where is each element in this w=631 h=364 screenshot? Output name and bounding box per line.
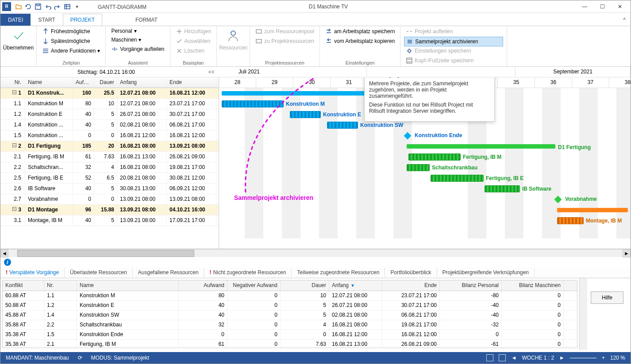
loeschen-button[interactable]: Löschen [174,46,213,55]
bcol-nr[interactable]: Nr. [44,280,77,291]
auswaehlen-button[interactable]: Auswählen [174,37,213,46]
bottom-scrollbar-vertical[interactable] [579,278,587,350]
task-row[interactable]: 2.2Schaltschran...32416.08.21 08:0019.08… [0,162,219,173]
info-icon[interactable]: i [4,259,11,266]
gantt-bar-d1-fertigung[interactable]: D1 Fertigung [407,144,555,149]
einstellungen-speichern-button[interactable]: Einstellungen speichern [404,46,503,55]
conflict-row[interactable]: 35.38 AT1.5Konstruktion Ende00016.08.21 … [3,330,577,340]
close-button[interactable]: ✕ [611,1,629,12]
zu-projektressourcen-button[interactable]: zu Projektressourcen [254,37,316,46]
gantt-bar-fertigung-ibe[interactable]: Fertigung, IB E [431,175,484,182]
custom-icon[interactable] [63,3,71,11]
scroll-left-button[interactable]: ◄ [0,249,8,257]
save-icon[interactable] [34,3,42,11]
col-anfang[interactable]: Anfang [117,77,167,88]
projekt-aufteilen-button[interactable]: Projekt aufteilen [404,27,503,36]
zum-ressourcenpool-button[interactable]: zum Ressourcenpool [254,27,316,36]
col-aufwand[interactable]: Aufw... [73,77,94,88]
task-row[interactable]: 2.5Fertigung, IB E526.520.08.21 08:0030.… [0,173,219,184]
task-row[interactable]: 1.1Konstruktion M801012.07.21 08:0023.07… [0,99,219,109]
gantt-bar-schaltschrankbau[interactable]: Schaltschrankbau [407,164,430,171]
gantt-chart[interactable]: 28 29 30 31 35 36 37 38 [219,77,631,249]
gantt-bar-konstruktion-e[interactable]: Konstruktion E [290,111,321,118]
spaetestmoegliche-button[interactable]: Spätestmögliche [40,37,102,46]
zoom-slider[interactable] [570,358,596,358]
bcol-name[interactable]: Name [77,280,179,291]
tab-start[interactable]: START [31,14,62,26]
gantt-bar-fertigung-ibm[interactable]: Fertigung, IB M [408,153,461,161]
gantt-bar-ib-software[interactable]: IB Software [485,185,520,192]
personal-button[interactable]: Personal ▾ [109,27,166,35]
expand-icon[interactable] [12,90,16,94]
task-row[interactable]: 1.5Konstruktion ...0016.08.21 12:0016.08… [0,130,219,141]
bcol-ende[interactable]: Ende [382,280,440,291]
tab-ausgefallene[interactable]: Ausgefallene Ressourcen [133,268,204,278]
task-row[interactable]: 1.4Konstruktion ...40502.08.21 08:0006.0… [0,120,219,130]
gantt-bar-konstruktion-sw[interactable]: Konstruktion SW [327,122,358,129]
gantt-milestone-vorabnahme[interactable] [554,196,562,203]
task-row[interactable]: 1.2Konstruktion E40526.07.21 08:0030.07.… [0,109,219,120]
bcol-konflikt[interactable]: Konflikt [3,280,44,291]
qat-dropdown-icon[interactable]: ▾ [73,3,81,11]
task-row[interactable]: 3D1 Montage9615.8813.09.21 08:0004.10.21… [0,205,219,215]
gantt-milestone-konstruktion-ende[interactable] [404,132,412,140]
bcol-neg-aufwand[interactable]: Negativer Aufwand [227,280,281,291]
help-button[interactable]: Hilfe [591,291,623,304]
conflict-row[interactable]: 60.88 AT1.1Konstruktion M8001012.07.21 0… [3,291,577,301]
refresh-icon[interactable] [24,3,32,11]
tab-projekt[interactable]: PROJEKT [63,14,102,26]
maschinen-button[interactable]: Maschinen ▾ [109,36,166,44]
scrollbar-horizontal[interactable]: ◄ ► [0,249,631,257]
minimize-button[interactable]: — [576,1,593,12]
task-row[interactable]: 2.1Fertigung, IB M617.6316.08.21 13:0026… [0,152,219,162]
am-arbeitsplatz-speichern-button[interactable]: am Arbeitsplatz speichern [323,27,396,36]
tab-format[interactable]: FORMAT [128,14,165,26]
tab-portfolio[interactable]: Portfolioüberblick [385,268,437,278]
collapse-left-button[interactable]: << [208,69,215,75]
conflict-row[interactable]: 50.88 AT1.2Konstruktion E400526.07.21 08… [3,301,577,310]
tab-nicht-zugeordnete[interactable]: !Nicht zugeordnete Ressourcen [204,268,292,278]
scroll-thumb[interactable] [17,250,194,257]
bcol-bilanz-maschinen[interactable]: Bilanz Maschinen [502,280,564,291]
col-nr[interactable]: Nr. [0,77,25,88]
task-row[interactable]: 2.7Vorabnahme0013.09.21 08:0013.09.21 08… [0,194,219,205]
open-icon[interactable] [15,3,23,11]
gantt-bar-montage-ibm[interactable]: Montage, IB M [557,217,584,224]
task-row[interactable]: 3.1Montage, IB M40513.09.21 08:0017.09.2… [0,215,219,226]
hinzufuegen-button[interactable]: Hinzufügen [174,27,213,36]
gantt-bar-konstruktion-m[interactable]: Konstruktion M [222,100,284,107]
redo-icon[interactable] [54,3,62,11]
vom-arbeitsplatz-kopieren-button[interactable]: vom Arbeitsplatz kopieren [323,37,396,46]
expand-icon[interactable] [12,207,16,211]
task-row[interactable]: 2D1 Fertigung1852016.08.21 08:0013.09.21… [0,141,219,152]
status-woche-next[interactable]: ► [559,355,565,361]
bcol-anfang[interactable]: Anfang▼ [329,280,382,291]
tab-verspaetete[interactable]: !Verspätete Vorgänge [0,268,65,278]
col-dauer[interactable]: Dauer [94,77,117,88]
view-icon-2[interactable] [499,354,506,361]
maximize-button[interactable]: ☐ [593,1,611,12]
refresh-status-icon[interactable]: ⟳ [78,355,82,361]
scroll-right-button[interactable]: ► [623,249,631,257]
conflict-row[interactable]: 35.88 AT2.2Schaltschrankbau320416.08.21 … [3,320,577,330]
andere-funktionen-button[interactable]: Andere Funktionen ▾ [40,46,102,55]
vorgaenge-aufteilen-button[interactable]: Vorgänge aufteilen [109,45,166,54]
tab-verknuepfungen[interactable]: Projektübergreifende Verknüpfungen [437,268,535,278]
kopf-fusszeile-button[interactable]: Kopf-/Fußzeile speichern [404,56,503,65]
bcol-dauer[interactable]: Dauer [281,280,329,291]
uebernehmen-button[interactable]: Übernehmen [4,27,33,53]
tab-ueberlastete[interactable]: Überlastete Ressourcen [65,268,133,278]
col-name[interactable]: Name [25,77,73,88]
task-row[interactable]: 1D1 Konstruk...16025.512.07.21 08:0016.0… [0,88,219,99]
task-row[interactable]: 2.6IB Software40530.08.21 13:0006.09.21 … [0,184,219,194]
view-icon-1[interactable] [486,354,493,361]
ribbon-collapse-icon[interactable]: ^ [618,14,631,26]
expand-icon[interactable] [12,143,16,147]
bcol-bilanz-personal[interactable]: Bilanz Personal [440,280,502,291]
zoom-plus-icon[interactable]: + [602,355,605,361]
conflict-row[interactable]: 45.88 AT1.4Konstruktion SW400502.08.21 0… [3,310,577,320]
sammelprojekt-archivieren-button[interactable]: Sammelprojekt archivieren [404,37,503,46]
tab-datei[interactable]: DATEI [0,14,31,26]
tab-teilweise[interactable]: Teilweise zugeordnete Ressourcen [292,268,385,278]
fruehestmoegliche-button[interactable]: Frühestmögliche [40,27,102,36]
